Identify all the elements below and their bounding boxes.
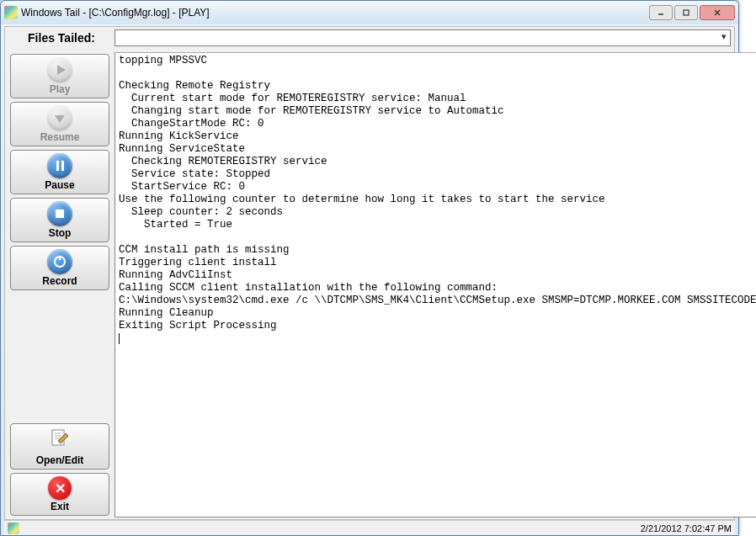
minimize-button[interactable]	[649, 5, 673, 20]
body-row: Play Resume Pause Stop Record	[5, 50, 734, 519]
play-button[interactable]: Play	[10, 54, 109, 98]
status-timestamp: 2/21/2012 7:02:47 PM	[641, 523, 732, 533]
svg-rect-1	[684, 10, 689, 15]
close-button[interactable]	[700, 5, 735, 20]
play-label: Play	[50, 83, 71, 95]
stop-label: Stop	[49, 227, 72, 239]
files-tailed-label: Files Tailed:	[8, 31, 114, 45]
stop-button[interactable]: Stop	[10, 198, 109, 242]
log-area: topping MPSSVC Checking Remote Registry …	[114, 52, 756, 517]
pause-button[interactable]: Pause	[10, 150, 109, 194]
log-text[interactable]: topping MPSSVC Checking Remote Registry …	[115, 53, 756, 517]
maximize-button[interactable]	[674, 5, 698, 20]
resume-label: Resume	[40, 131, 80, 143]
stop-icon	[47, 201, 72, 226]
play-icon	[47, 57, 72, 82]
record-icon	[47, 249, 72, 274]
resume-icon	[47, 105, 72, 130]
record-button[interactable]: Record	[10, 246, 109, 290]
sidebar: Play Resume Pause Stop Record	[5, 50, 114, 519]
status-icon	[8, 523, 19, 534]
exit-label: Exit	[51, 501, 69, 512]
open-edit-button[interactable]: Open/Edit	[10, 423, 109, 470]
exit-button[interactable]: Exit	[10, 473, 109, 516]
titlebar[interactable]: Windows Tail - [C:\ConfigMgr.log] - [PLA…	[1, 1, 738, 24]
pause-label: Pause	[45, 179, 74, 191]
window-title: Windows Tail - [C:\ConfigMgr.log] - [PLA…	[21, 7, 649, 19]
content-area: Files Tailed: Play Resume Pause	[4, 26, 735, 520]
edit-icon	[48, 427, 72, 454]
file-dropdown[interactable]	[114, 29, 731, 46]
open-edit-label: Open/Edit	[36, 454, 84, 466]
pause-icon	[47, 153, 72, 178]
resume-button[interactable]: Resume	[10, 102, 109, 146]
record-label: Record	[42, 275, 77, 287]
main-window: Windows Tail - [C:\ConfigMgr.log] - [PLA…	[0, 0, 739, 536]
statusbar: 2/21/2012 7:02:47 PM	[4, 520, 735, 535]
header-row: Files Tailed:	[5, 27, 734, 49]
exit-icon	[48, 476, 72, 500]
window-controls	[649, 5, 735, 20]
app-icon	[4, 6, 18, 19]
